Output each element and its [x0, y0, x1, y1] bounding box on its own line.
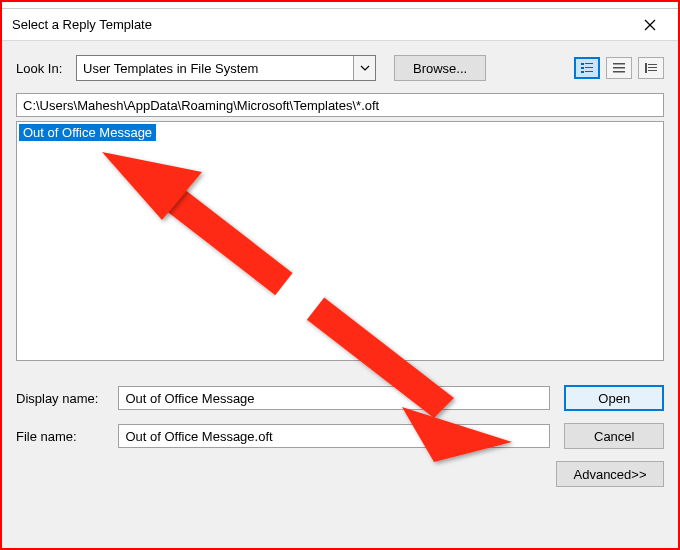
svg-rect-4	[581, 67, 584, 69]
cancel-button-label: Cancel	[594, 429, 634, 444]
open-button[interactable]: Open	[564, 385, 664, 411]
cancel-button[interactable]: Cancel	[564, 423, 664, 449]
view-large-icons-button[interactable]	[574, 57, 600, 79]
chevron-down-icon	[353, 56, 375, 80]
file-name-input[interactable]	[118, 424, 550, 448]
svg-rect-2	[581, 63, 584, 65]
svg-rect-13	[648, 67, 657, 68]
background-window-remnant	[2, 2, 678, 9]
close-button[interactable]	[630, 11, 670, 39]
svg-rect-12	[648, 64, 657, 65]
svg-rect-7	[585, 71, 593, 72]
browse-button[interactable]: Browse...	[394, 55, 486, 81]
svg-rect-11	[645, 63, 647, 73]
dialog-client-area: Look In: User Templates in File System B…	[2, 41, 678, 548]
open-button-label: Open	[598, 391, 630, 406]
path-display[interactable]: C:\Users\Mahesh\AppData\Roaming\Microsof…	[16, 93, 664, 117]
close-icon	[644, 19, 656, 31]
browse-button-label: Browse...	[413, 61, 467, 76]
svg-rect-10	[613, 71, 625, 73]
display-name-label: Display name:	[16, 391, 104, 406]
look-in-label: Look In:	[16, 61, 76, 76]
window-title: Select a Reply Template	[12, 17, 152, 32]
view-list-button[interactable]	[606, 57, 632, 79]
look-in-combobox[interactable]: User Templates in File System	[76, 55, 376, 81]
svg-rect-6	[581, 71, 584, 73]
large-icons-view-icon	[580, 62, 594, 74]
details-view-icon	[644, 62, 658, 74]
file-list[interactable]: Out of Office Message	[16, 121, 664, 361]
svg-rect-14	[648, 70, 657, 71]
file-item-selected[interactable]: Out of Office Message	[19, 124, 156, 141]
display-name-input[interactable]	[118, 386, 550, 410]
list-view-icon	[612, 62, 626, 74]
titlebar: Select a Reply Template	[2, 9, 678, 41]
advanced-button-label: Advanced>>	[574, 467, 647, 482]
path-text: C:\Users\Mahesh\AppData\Roaming\Microsof…	[23, 98, 379, 113]
svg-rect-3	[585, 63, 593, 64]
file-name-label: File name:	[16, 429, 104, 444]
svg-rect-5	[585, 67, 593, 68]
svg-rect-8	[613, 63, 625, 65]
view-details-button[interactable]	[638, 57, 664, 79]
advanced-button[interactable]: Advanced>>	[556, 461, 664, 487]
svg-rect-9	[613, 67, 625, 69]
look-in-value: User Templates in File System	[83, 61, 258, 76]
